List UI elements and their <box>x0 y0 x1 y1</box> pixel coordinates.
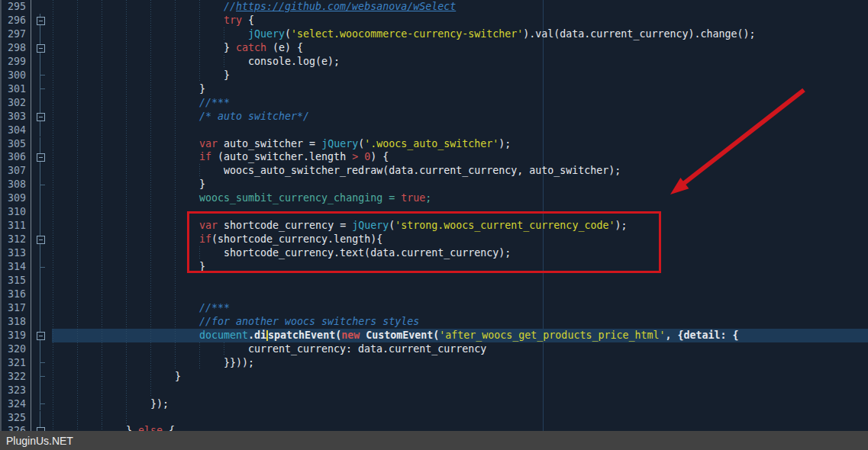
code-line-298: 298} catch (e) { <box>0 41 868 55</box>
code-token: //*** <box>199 97 230 108</box>
code-token: ).val(data.current_currency).change(); <box>523 28 755 40</box>
code-token: jQuery <box>248 28 285 40</box>
code-token: var <box>199 220 218 231</box>
fold-line <box>40 288 40 301</box>
code-line-302: 302//*** <box>0 96 868 110</box>
code-token: { <box>242 14 254 26</box>
line-number: 326 <box>0 424 26 431</box>
line-number: 295 <box>0 0 26 14</box>
code-text: if (auto_switcher.length > 0) { <box>53 150 389 164</box>
code-line-314: 314} <box>0 260 868 274</box>
code-token: } <box>199 83 205 95</box>
fold-end-tick <box>40 88 45 89</box>
indent-guide <box>77 411 78 425</box>
fold-line <box>40 315 40 329</box>
indent-guide <box>102 274 102 288</box>
code-text: //https://github.com/websanova/wSelect <box>53 0 456 14</box>
indent-guide <box>53 288 53 301</box>
fold-line <box>40 55 40 69</box>
code-token: woocs_sumbit_currency_changing = <box>199 192 401 204</box>
code-text: } else { <box>53 424 175 431</box>
line-number: 310 <box>0 205 26 219</box>
code-token: //for another woocs switchers styles <box>199 316 419 327</box>
code-line-305: 305var auto_switcher = jQuery('.woocs_au… <box>0 137 868 151</box>
code-text: } <box>53 370 181 384</box>
indent-guide <box>150 384 151 397</box>
indent-guide <box>77 274 78 288</box>
indent-guide <box>77 205 78 219</box>
indent-guide <box>77 384 78 397</box>
fold-toggle-collapse[interactable] <box>37 44 45 53</box>
line-number: 324 <box>0 397 26 411</box>
fold-toggle-collapse[interactable] <box>37 236 45 244</box>
indent-guide <box>150 274 151 288</box>
fold-toggle-collapse[interactable] <box>37 113 45 121</box>
code-text: if(shortcode_currency.length){ <box>53 233 382 246</box>
fold-line <box>40 219 40 233</box>
code-token: woocs_auto_switcher_redraw(data.current_… <box>224 165 621 176</box>
line-number: 303 <box>0 110 26 124</box>
code-token: jQuery <box>321 138 358 149</box>
fold-end-tick <box>40 362 45 363</box>
code-editor-window: 295//https://github.com/websanova/wSelec… <box>0 0 868 450</box>
line-number: 311 <box>0 219 26 233</box>
indent-guide <box>126 205 127 219</box>
line-number: 300 <box>0 69 26 82</box>
code-text: } <box>53 260 205 274</box>
code-token: 'after_woocs_get_products_price_html' <box>439 329 665 341</box>
code-line-299: 299console.log(e); <box>0 55 868 69</box>
indent-guide <box>126 411 127 425</box>
code-text: /* auto switcher*/ <box>53 110 309 124</box>
indent-guide <box>102 411 102 425</box>
code-text: shortcode_currency.text(data.current_cur… <box>53 246 511 260</box>
code-line-324: 324}); <box>0 397 868 411</box>
fold-toggle-collapse[interactable] <box>37 17 45 25</box>
window-left-edge <box>0 0 2 431</box>
code-text: var auto_switcher = jQuery('.woocs_auto_… <box>53 137 511 151</box>
line-number: 323 <box>0 384 26 397</box>
line-number: 322 <box>0 370 26 384</box>
fold-end-tick <box>40 75 45 76</box>
line-number: 309 <box>0 191 26 205</box>
code-token: console.log(e); <box>248 56 340 67</box>
code-line-295: 295//https://github.com/websanova/wSelec… <box>0 0 868 14</box>
line-number: 314 <box>0 260 26 274</box>
indent-guide <box>102 288 102 301</box>
indent-guide <box>150 288 151 301</box>
code-line-322: 322} <box>0 370 868 384</box>
code-text: jQuery('select.woocommerce-currency-swit… <box>53 27 756 41</box>
editor-text-area[interactable]: 295//https://github.com/websanova/wSelec… <box>0 0 868 431</box>
code-token: shortcode_currency.text(data.current_cur… <box>224 247 511 259</box>
fold-toggle-collapse[interactable] <box>37 153 45 162</box>
indent-guide <box>53 384 53 397</box>
code-token: } <box>199 178 205 190</box>
indent-guide <box>175 205 176 219</box>
line-number: 312 <box>0 233 26 246</box>
indent-guide <box>102 124 102 137</box>
fold-line <box>40 137 40 151</box>
code-token: (e) { <box>266 42 303 53</box>
code-token: }); <box>150 398 169 410</box>
code-token: jQuery <box>352 220 389 231</box>
indent-guide <box>150 124 151 137</box>
code-line-304: 304 <box>0 124 868 137</box>
line-number: 308 <box>0 178 26 191</box>
code-text: } <box>53 82 205 96</box>
code-line-311: 311var shortcode_currency = jQuery('stro… <box>0 219 868 233</box>
fold-toggle-collapse[interactable] <box>37 332 45 340</box>
code-token: } <box>175 371 181 382</box>
code-token: ); <box>615 220 627 231</box>
code-token: true <box>401 192 425 204</box>
code-token: CustomEvent( <box>360 329 439 341</box>
code-token: > 0 <box>352 151 370 162</box>
fold-line <box>40 274 40 288</box>
indent-guide <box>175 124 176 137</box>
line-number: 304 <box>0 124 26 137</box>
fold-line <box>40 96 40 110</box>
code-line-326: 326} else { <box>0 424 868 431</box>
fold-end-tick <box>40 267 45 268</box>
fold-line <box>40 342 40 356</box>
code-line-318: 318//for another woocs switchers styles <box>0 315 868 329</box>
code-token: shortcode_currency = <box>218 220 352 231</box>
line-number: 321 <box>0 356 26 370</box>
